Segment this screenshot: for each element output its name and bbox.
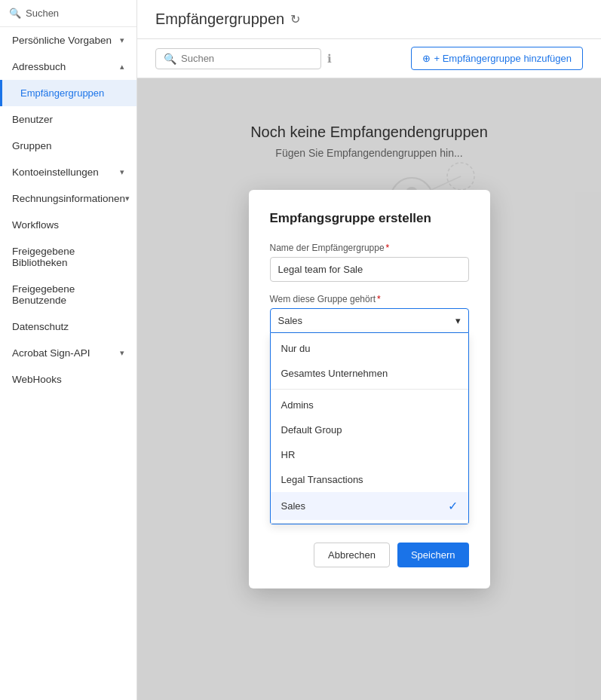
sidebar-search-label: Suchen: [26, 8, 59, 19]
owner-label: Wem diese Gruppe gehört*: [270, 294, 469, 304]
dropdown-section-personal: Nur du Gesamtes Unternehmen: [271, 333, 468, 390]
owner-dropdown: Nur du Gesamtes Unternehmen Admins: [270, 333, 469, 524]
sidebar-item-gruppen[interactable]: Gruppen: [0, 133, 136, 159]
main-area: Noch keine Empfangendengruppen Fügen Sie…: [137, 78, 601, 700]
sidebar-item-label: Kontoeinstellungen: [12, 167, 99, 178]
owner-select-wrapper: Sales ▾ Nur du Gesamtes Unternehmen: [270, 308, 469, 524]
sidebar-item-label: Acrobat Sign-API: [12, 347, 90, 359]
sidebar-item-label: Datenschutz: [12, 321, 69, 332]
sidebar-nav: Persönliche Vorgaben▾Adressbuch▴Empfänge…: [0, 27, 136, 393]
sidebar-item-label: Rechnungsinformationen: [12, 193, 125, 204]
chevron-icon: ▾: [125, 194, 130, 203]
sidebar-item-label: Freigegebene Benutzende: [12, 283, 124, 306]
chevron-icon: ▾: [120, 35, 124, 45]
sidebar-item-rechnungsinformationen[interactable]: Rechnungsinformationen▾: [0, 185, 136, 212]
dropdown-item-legal-transactions[interactable]: Legal Transactions: [271, 467, 468, 492]
dropdown-section-groups: Admins Default Group HR Legal Transactio…: [271, 390, 468, 524]
chevron-icon: ▾: [120, 167, 124, 177]
dropdown-item-nur-du[interactable]: Nur du: [271, 336, 468, 361]
sidebar-item-label: WebHooks: [12, 374, 62, 385]
sidebar: 🔍 Suchen Persönliche Vorgaben▾Adressbuch…: [0, 0, 137, 700]
group-name-input[interactable]: [270, 257, 469, 282]
refresh-icon[interactable]: ↻: [290, 12, 300, 26]
sidebar-item-workflows[interactable]: Workflows: [0, 212, 136, 238]
dropdown-item-default-group[interactable]: Default Group: [271, 417, 468, 442]
save-button[interactable]: Speichern: [397, 543, 469, 567]
info-icon[interactable]: ℹ: [327, 52, 332, 66]
search-input[interactable]: [181, 53, 313, 64]
dialog-footer: Abbrechen Speichern: [270, 543, 469, 567]
sidebar-item-webhooks[interactable]: WebHooks: [0, 366, 136, 393]
sidebar-item-kontoeinstellungen[interactable]: Kontoeinstellungen▾: [0, 159, 136, 185]
modal-overlay: Empfangsgruppe erstellen Name der Empfän…: [137, 78, 601, 700]
sidebar-item-adressbuch[interactable]: Adressbuch▴: [0, 53, 136, 80]
chevron-icon: ▾: [120, 348, 124, 358]
sidebar-item-label: Freigegebene Bibliotheken: [12, 246, 124, 268]
selected-value: Sales: [278, 315, 303, 326]
owner-select[interactable]: Sales ▾: [270, 308, 469, 333]
sidebar-item-acrobat-sign-api[interactable]: Acrobat Sign-API▾: [0, 340, 136, 366]
add-button-label: + Empfängergruppe hinzufügen: [434, 53, 572, 64]
sidebar-item-datenschutz[interactable]: Datenschutz: [0, 313, 136, 340]
sidebar-item-label: Workflows: [12, 219, 59, 231]
main-toolbar: 🔍 ℹ ⊕ + Empfängergruppe hinzufügen: [137, 39, 601, 78]
sidebar-item-empfaengergruppen[interactable]: Empfängergruppen: [0, 80, 136, 106]
sidebar-search[interactable]: 🔍 Suchen: [0, 0, 136, 27]
sidebar-item-freigegebene-benutzende[interactable]: Freigegebene Benutzende: [0, 276, 136, 313]
chevron-down-icon: ▾: [455, 315, 461, 326]
sidebar-item-label: Empfängergruppen: [20, 87, 104, 99]
dialog-title: Empfangsgruppe erstellen: [270, 211, 469, 226]
dropdown-item-sales[interactable]: Sales ✓: [271, 492, 468, 520]
sidebar-item-label: Benutzer: [12, 114, 53, 125]
sidebar-item-persoenliche-vorgaben[interactable]: Persönliche Vorgaben▾: [0, 27, 136, 53]
cancel-button[interactable]: Abbrechen: [314, 543, 390, 567]
sidebar-item-label: Gruppen: [12, 140, 52, 151]
main-content-area: Empfängergruppen ↻ 🔍 ℹ ⊕ + Empfängergrup…: [137, 0, 601, 700]
search-box[interactable]: 🔍: [155, 48, 321, 69]
add-empfaengergruppe-button[interactable]: ⊕ + Empfängergruppe hinzufügen: [411, 47, 584, 70]
main-header: Empfängergruppen ↻: [137, 0, 601, 39]
page-title: Empfängergruppen: [155, 11, 284, 28]
dropdown-item-gesamtes-unternehmen[interactable]: Gesamtes Unternehmen: [271, 361, 468, 386]
sidebar-item-benutzer[interactable]: Benutzer: [0, 106, 136, 133]
search-icon: 🔍: [9, 8, 21, 19]
dropdown-item-hr[interactable]: HR: [271, 442, 468, 467]
name-label: Name der Empfängergruppe*: [270, 243, 469, 253]
dropdown-item-admins[interactable]: Admins: [271, 393, 468, 417]
create-group-dialog: Empfangsgruppe erstellen Name der Empfän…: [249, 190, 490, 588]
check-icon: ✓: [448, 499, 458, 513]
sidebar-item-freigegebene-bibliotheken[interactable]: Freigegebene Bibliotheken: [0, 238, 136, 276]
plus-icon: ⊕: [422, 53, 431, 64]
chevron-icon: ▴: [120, 62, 124, 72]
sidebar-item-label: Adressbuch: [12, 61, 66, 72]
sidebar-item-label: Persönliche Vorgaben: [12, 35, 112, 46]
search-icon: 🔍: [164, 53, 176, 65]
